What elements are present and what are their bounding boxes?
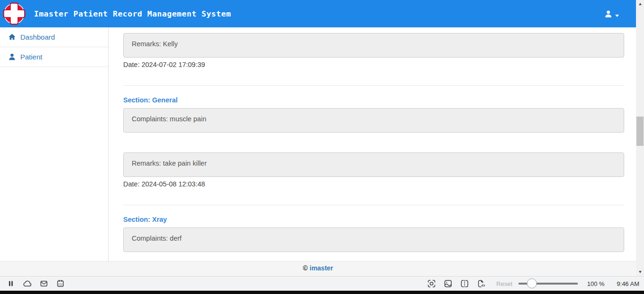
code-file-icon[interactable] bbox=[476, 279, 486, 288]
remarks-text: Remarks: take pain killer bbox=[132, 160, 207, 167]
section-divider bbox=[123, 85, 624, 86]
sidebar-item-label: Dashboard bbox=[20, 33, 55, 41]
vertical-scrollbar[interactable] bbox=[636, 0, 644, 276]
calendar-icon[interactable] bbox=[56, 279, 65, 288]
clock: 9:46 AM bbox=[617, 280, 639, 287]
chevron-down-icon bbox=[615, 15, 619, 17]
browser-viewport: Imaster Patient Record Management System… bbox=[0, 0, 636, 276]
triangle-down-icon bbox=[639, 271, 642, 273]
footer-brand: imaster bbox=[310, 264, 333, 272]
scroll-up-button[interactable] bbox=[636, 0, 644, 8]
copyright-symbol: © bbox=[303, 264, 307, 272]
sidebar-item-dashboard[interactable]: Dashboard bbox=[0, 27, 108, 47]
slider-thumb[interactable] bbox=[527, 278, 537, 288]
record-date: Date: 2024-07-02 17:09:39 bbox=[123, 61, 624, 68]
screen-capture-icon[interactable] bbox=[427, 279, 436, 288]
medical-cross-logo-icon bbox=[1, 1, 27, 26]
remarks-box: Remarks: Kelly bbox=[123, 33, 624, 58]
app-header: Imaster Patient Record Management System bbox=[0, 0, 636, 27]
remarks-box: Remarks: take pain killer bbox=[123, 152, 624, 177]
image-icon[interactable] bbox=[443, 279, 453, 288]
home-icon bbox=[8, 33, 16, 41]
sidebar: Dashboard Patient bbox=[0, 27, 109, 261]
remarks-text: Remarks: Kelly bbox=[132, 40, 178, 48]
zoom-value: 100 % bbox=[584, 280, 604, 287]
reset-button[interactable]: Reset bbox=[496, 280, 512, 287]
pause-icon[interactable] bbox=[6, 279, 16, 288]
complaints-box: Complaints: muscle pain bbox=[123, 108, 624, 133]
bottom-edge-strip bbox=[0, 291, 644, 294]
sidebar-item-label: Patient bbox=[20, 53, 42, 61]
scrollbar-thumb[interactable] bbox=[636, 117, 644, 146]
taskbar-right-controls: Reset 100 % 9:46 AM bbox=[420, 279, 639, 288]
patient-record-content: Remarks: Kelly Date: 2024-07-02 17:09:39… bbox=[109, 27, 636, 261]
app-footer: ©imaster bbox=[0, 261, 636, 276]
section-divider bbox=[123, 205, 624, 205]
person-icon bbox=[8, 53, 16, 61]
screen: Imaster Patient Record Management System… bbox=[0, 0, 644, 294]
sidebar-item-patient[interactable]: Patient bbox=[0, 47, 108, 67]
complaints-text: Complaints: muscle pain bbox=[132, 115, 206, 123]
zoom-slider[interactable] bbox=[518, 279, 578, 288]
user-menu-button[interactable] bbox=[604, 0, 619, 27]
triangle-up-icon bbox=[639, 3, 642, 5]
app-title: Imaster Patient Record Management System bbox=[34, 9, 231, 18]
mail-icon[interactable] bbox=[39, 279, 49, 288]
complaints-text: Complaints: derf bbox=[132, 235, 182, 242]
section-title-xray: Section: Xray bbox=[123, 216, 624, 223]
record-date: Date: 2024-05-08 12:03:48 bbox=[123, 180, 624, 188]
section-title-general: Section: General bbox=[123, 96, 624, 104]
taskbar: Reset 100 % 9:46 AM bbox=[0, 276, 644, 291]
split-view-icon[interactable] bbox=[460, 279, 469, 288]
complaints-box: Complaints: derf bbox=[123, 227, 624, 252]
taskbar-left-icons bbox=[6, 279, 65, 288]
person-icon bbox=[604, 9, 613, 18]
cloud-icon[interactable] bbox=[23, 279, 32, 288]
page-body: Dashboard Patient Remarks: Kelly Date: 2… bbox=[0, 27, 636, 261]
scroll-down-button[interactable] bbox=[636, 268, 644, 276]
